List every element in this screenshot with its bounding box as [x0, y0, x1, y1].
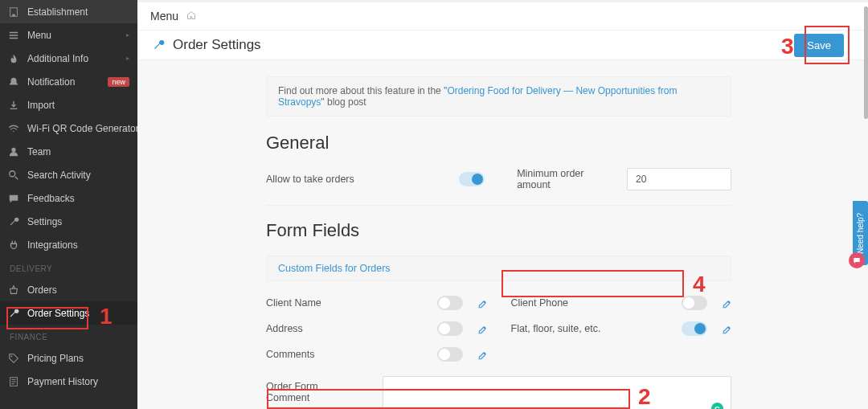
svg-point-2 — [11, 147, 15, 151]
sidebar-item-team[interactable]: Team — [0, 140, 137, 163]
sidebar: Establishment Menu ▸ Additional Info ▸ N… — [0, 0, 137, 409]
banner-suffix: " blog post — [321, 96, 366, 108]
sidebar-item-label: Orders — [27, 284, 129, 296]
sidebar-item-label: Import — [27, 100, 129, 111]
sidebar-item-label: Feedbacks — [27, 193, 129, 204]
plug-icon — [8, 239, 19, 251]
info-banner: Find out more about this feature in the … — [266, 76, 731, 117]
client-phone-toggle[interactable] — [682, 296, 707, 310]
sidebar-item-label: Additional Info — [27, 53, 126, 64]
basket-icon — [8, 284, 19, 296]
bell-icon — [8, 76, 19, 88]
receipt-icon — [8, 376, 19, 387]
sidebar-item-orders[interactable]: Orders — [0, 278, 137, 301]
sidebar-item-additional-info[interactable]: Additional Info ▸ — [0, 47, 137, 70]
user-icon — [8, 146, 19, 157]
order-form-comment-input[interactable] — [383, 376, 731, 409]
field-label: Client Phone — [511, 297, 682, 309]
annotation-number-2: 2 — [638, 384, 651, 409]
client-name-toggle[interactable] — [437, 296, 463, 310]
sidebar-item-order-settings[interactable]: Order Settings — [0, 301, 137, 325]
sidebar-section-finance: FINANCE — [0, 325, 137, 346]
banner-prefix: Find out more about this feature in the … — [278, 85, 447, 96]
field-label: Address — [266, 323, 437, 334]
edit-icon[interactable] — [722, 324, 731, 333]
wrench-icon — [8, 308, 19, 319]
annotation-number-1: 1 — [100, 304, 113, 329]
sidebar-item-import[interactable]: Import — [0, 93, 137, 117]
sidebar-item-establishment[interactable]: Establishment — [0, 0, 137, 23]
sidebar-item-label: Settings — [27, 216, 129, 227]
min-amount-input[interactable] — [627, 168, 731, 190]
sidebar-item-pricing-plans[interactable]: Pricing Plans — [0, 346, 137, 370]
edit-icon[interactable] — [477, 298, 487, 308]
svg-point-4 — [11, 355, 13, 357]
sidebar-section-delivery: DELIVERY — [0, 256, 137, 278]
sidebar-item-search-activity[interactable]: Search Activity — [0, 163, 137, 186]
menu-icon — [8, 30, 19, 41]
topbar: Menu — [137, 0, 868, 31]
order-form-comment-label: Order Form Comment — [266, 376, 338, 403]
field-flat-floor: Flat, floor, suite, etc. — [511, 321, 732, 336]
custom-fields-link[interactable]: Custom Fields for Orders — [278, 263, 391, 274]
building-icon — [8, 6, 19, 18]
edit-icon[interactable] — [477, 350, 487, 359]
sidebar-item-label: Search Activity — [27, 170, 129, 181]
flat-floor-toggle[interactable] — [682, 321, 707, 336]
field-address: Address — [266, 321, 487, 336]
sidebar-item-menu[interactable]: Menu ▸ — [0, 23, 137, 47]
sidebar-item-label: Establishment — [27, 6, 129, 18]
allow-orders-label: Allow to take orders — [266, 174, 459, 185]
field-comments: Comments — [266, 347, 487, 362]
sidebar-item-wifi-qr[interactable]: Wi-Fi QR Code Generator — [0, 117, 137, 140]
grammarly-icon[interactable]: G — [711, 403, 723, 409]
min-amount-label: Minimum order amount — [517, 168, 595, 190]
edit-icon[interactable] — [477, 324, 487, 333]
field-label: Flat, floor, suite, etc. — [511, 323, 682, 334]
address-toggle[interactable] — [437, 321, 463, 336]
sidebar-item-label: Team — [27, 146, 129, 157]
page-header: Order Settings Save — [137, 31, 868, 60]
chat-bubble-icon[interactable] — [849, 252, 865, 268]
sidebar-item-integrations[interactable]: Integrations — [0, 233, 137, 256]
sidebar-item-label: Pricing Plans — [27, 353, 129, 364]
scrollbar[interactable] — [864, 3, 868, 409]
sidebar-item-label: Order Settings — [27, 308, 129, 319]
chevron-right-icon: ▸ — [126, 55, 129, 62]
sidebar-item-payment-history[interactable]: Payment History — [0, 370, 137, 393]
flame-icon — [8, 53, 19, 64]
download-icon — [8, 100, 19, 111]
field-client-phone: Client Phone — [511, 296, 732, 310]
sidebar-item-label: Notification — [27, 76, 108, 88]
svg-point-3 — [10, 170, 15, 176]
divider — [266, 205, 731, 206]
sidebar-item-label: Wi-Fi QR Code Generator — [27, 123, 137, 134]
sidebar-item-feedbacks[interactable]: Feedbacks — [0, 186, 137, 210]
comments-toggle[interactable] — [437, 347, 463, 362]
save-button[interactable]: Save — [794, 34, 844, 57]
svg-rect-1 — [12, 14, 15, 16]
annotation-number-4: 4 — [693, 272, 706, 297]
allow-orders-toggle[interactable] — [459, 172, 485, 186]
breadcrumb[interactable]: Menu — [150, 10, 178, 22]
sidebar-item-settings[interactable]: Settings — [0, 210, 137, 233]
wrench-icon — [8, 216, 19, 227]
section-title-general: General — [266, 133, 731, 153]
content-area: Find out more about this feature in the … — [137, 60, 868, 409]
field-client-name: Client Name — [266, 296, 487, 310]
home-icon[interactable] — [186, 10, 196, 22]
sidebar-item-label: Payment History — [27, 376, 129, 387]
annotation-number-3: 3 — [781, 34, 794, 59]
wrench-icon — [152, 39, 165, 51]
chat-icon — [8, 193, 19, 204]
sidebar-item-notification[interactable]: Notification new — [0, 70, 137, 93]
field-label: Comments — [266, 349, 437, 360]
field-label: Client Name — [266, 297, 437, 309]
edit-icon[interactable] — [722, 298, 731, 308]
wifi-icon — [8, 123, 19, 134]
section-title-form-fields: Form Fields — [266, 220, 731, 241]
search-icon — [8, 170, 19, 181]
scrollbar-thumb[interactable] — [864, 6, 868, 119]
tag-icon — [8, 353, 19, 364]
new-badge: new — [108, 77, 129, 87]
